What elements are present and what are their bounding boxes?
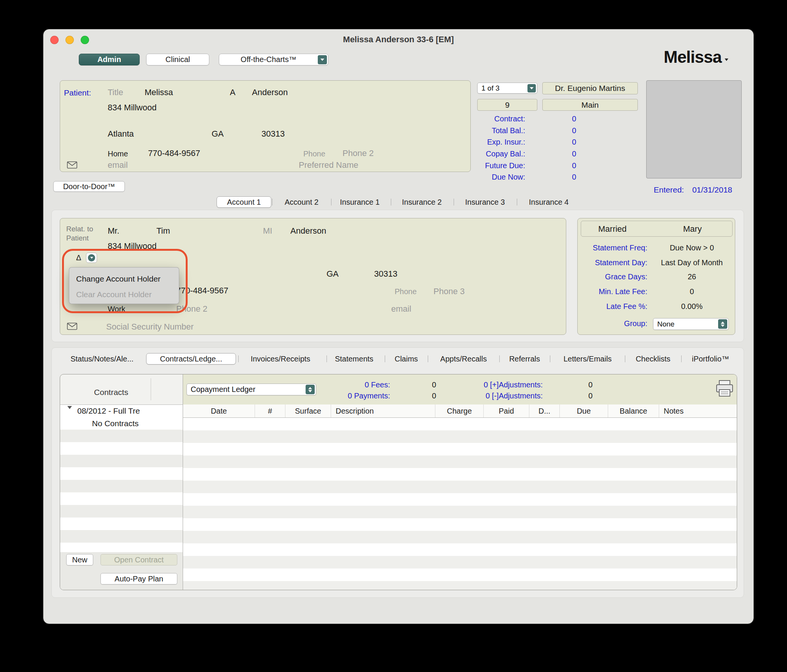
patient-panel: Patient: Title Melissa A Anderson 834 Mi… xyxy=(60,80,471,172)
office-field[interactable]: Main xyxy=(542,99,638,111)
app-logo-menu[interactable]: Melissa xyxy=(664,48,729,67)
account-holder-dropdown-button[interactable] xyxy=(86,253,97,263)
header-divider xyxy=(151,378,151,400)
tab-checklists[interactable]: Checklists xyxy=(629,353,677,365)
contracts-list-stripes xyxy=(60,430,183,552)
column-header-date: Date xyxy=(183,404,255,417)
column-header-description: Description xyxy=(331,404,435,417)
chevron-down-icon xyxy=(88,254,95,261)
tab-divider xyxy=(625,355,625,362)
patient-photo-placeholder[interactable] xyxy=(646,80,742,178)
delta-label: Δ xyxy=(76,253,81,262)
pos-adjustments-value: 0 xyxy=(565,380,593,389)
account-email-field[interactable]: email xyxy=(391,304,411,314)
account-zip-field[interactable]: 30313 xyxy=(374,269,397,279)
account-middle-initial-field[interactable]: MI xyxy=(263,226,272,236)
tab-divider xyxy=(385,355,385,362)
statement-freq-value: Due Now > 0 xyxy=(649,243,735,252)
column-header-notes: Notes xyxy=(659,404,737,417)
patient-home-phone-field[interactable]: 770-484-9567 xyxy=(148,148,200,158)
account-ssn-field[interactable]: Social Security Number xyxy=(106,322,194,332)
record-pager-value: 1 of 3 xyxy=(478,84,527,92)
tab-invoices-receipts[interactable]: Invoices/Receipts xyxy=(239,353,322,365)
menu-item-change-account-holder[interactable]: Change Account Holder xyxy=(76,274,161,284)
account-first-name-field[interactable]: Tim xyxy=(156,226,170,236)
patient-middle-initial-field[interactable]: A xyxy=(230,87,236,97)
account-home-phone-field[interactable]: 770-484-9567 xyxy=(176,285,228,296)
doctor-button[interactable]: Dr. Eugenio Martins xyxy=(542,82,638,94)
column-header-d: D... xyxy=(529,404,560,417)
phone-label: Phone xyxy=(303,149,325,158)
grace-days-value: 26 xyxy=(649,272,735,281)
statement-freq-label: Statement Freq: xyxy=(581,243,647,252)
tab-divider xyxy=(499,355,500,362)
chart-number-field[interactable]: 9 xyxy=(477,99,537,111)
print-icon[interactable] xyxy=(715,379,734,398)
tab-insurance-1[interactable]: Insurance 1 xyxy=(332,196,388,208)
account-phone3-field[interactable]: Phone 3 xyxy=(433,286,465,296)
account-holder-context-menu: Change Account Holder Clear Account Hold… xyxy=(69,267,179,304)
account-last-name-field[interactable]: Anderson xyxy=(290,226,326,236)
tab-divider xyxy=(327,355,327,362)
neg-adjustments-label: 0 [-]Adjustments: xyxy=(455,391,543,400)
clinical-tab-button[interactable]: Clinical xyxy=(146,54,209,65)
tab-divider xyxy=(517,199,517,205)
entered-date-value: 01/31/2018 xyxy=(692,185,732,194)
marital-status-field[interactable]: Married xyxy=(598,224,627,234)
spouse-field[interactable]: Mary xyxy=(683,224,702,234)
patient-phone2-field[interactable]: Phone 2 xyxy=(343,148,374,158)
disclosure-triangle-icon[interactable] xyxy=(67,409,72,416)
tab-letters-emails[interactable]: Letters/Emails xyxy=(554,353,621,365)
ledger-view-select[interactable]: Copayment Ledger xyxy=(186,384,316,395)
contracts-header: Contracts xyxy=(60,387,162,397)
patient-city-field[interactable]: Atlanta xyxy=(108,129,134,139)
tab-insurance-3[interactable]: Insurance 3 xyxy=(457,196,513,208)
patient-title-field[interactable]: Title xyxy=(108,87,123,97)
chevron-down-icon xyxy=(318,55,327,64)
tab-referrals[interactable]: Referrals xyxy=(504,353,545,365)
admin-tab-button[interactable]: Admin xyxy=(79,54,140,65)
min-late-fee-label: Min. Late Fee: xyxy=(581,287,647,296)
record-pager-select[interactable]: 1 of 3 xyxy=(477,83,537,94)
tab-statements[interactable]: Statements xyxy=(328,353,380,365)
new-contract-button[interactable]: New xyxy=(66,554,93,565)
contract-tree-item[interactable]: 08/2012 - Full Tre xyxy=(77,406,140,416)
patient-preferred-name-field[interactable]: Preferred Name xyxy=(299,160,358,170)
ledger-rows-area xyxy=(183,418,737,590)
tab-claims[interactable]: Claims xyxy=(389,353,424,365)
patient-last-name-field[interactable]: Anderson xyxy=(252,87,288,97)
column-header-number: # xyxy=(255,404,285,417)
late-fee-pct-value: 0.00% xyxy=(649,302,735,311)
tab-divider xyxy=(331,199,331,205)
patient-email-field[interactable]: email xyxy=(108,160,128,170)
patient-zip-field[interactable]: 30313 xyxy=(261,129,285,139)
tab-status-notes-alerts[interactable]: Status/Notes/Ale... xyxy=(60,353,144,365)
chevron-down-icon xyxy=(527,84,536,92)
tab-insurance-2[interactable]: Insurance 2 xyxy=(394,196,450,208)
account-state-field[interactable]: GA xyxy=(327,269,339,279)
tab-account-2[interactable]: Account 2 xyxy=(273,196,330,208)
entered-date-row: Entered: 01/31/2018 xyxy=(614,185,732,195)
tab-iportfolio[interactable]: iPortfolio™ xyxy=(686,353,735,365)
tab-contracts-ledger[interactable]: Contracts/Ledge... xyxy=(146,353,236,365)
entered-label: Entered: xyxy=(654,185,684,194)
patient-address-field[interactable]: 834 Millwood xyxy=(108,102,156,113)
balance-label: Total Bal.: xyxy=(473,126,525,135)
relation-to-patient-label: Relat. toPatient xyxy=(66,225,100,243)
door-to-door-button[interactable]: Door-to-Door™ xyxy=(53,181,125,192)
group-select[interactable]: None xyxy=(653,318,729,330)
patient-state-field[interactable]: GA xyxy=(212,129,224,139)
account-address-field[interactable]: 834 Millwood xyxy=(108,241,156,251)
balance-value: 0 xyxy=(553,126,576,135)
off-the-charts-button[interactable]: Off-the-Charts™ xyxy=(219,54,328,65)
chevron-up-down-icon xyxy=(718,319,727,329)
tab-insurance-4[interactable]: Insurance 4 xyxy=(521,196,577,208)
tab-account-1[interactable]: Account 1 xyxy=(217,196,271,208)
account-title-field[interactable]: Mr. xyxy=(108,226,119,236)
column-header-paid: Paid xyxy=(484,404,529,417)
account-phone2-field[interactable]: Phone 2 xyxy=(176,304,207,314)
tab-appts-recalls[interactable]: Appts/Recalls xyxy=(432,353,495,365)
patient-first-name-field[interactable]: Melissa xyxy=(145,87,173,97)
tab-divider xyxy=(391,199,391,205)
auto-pay-plan-button[interactable]: Auto-Pay Plan xyxy=(100,573,177,584)
